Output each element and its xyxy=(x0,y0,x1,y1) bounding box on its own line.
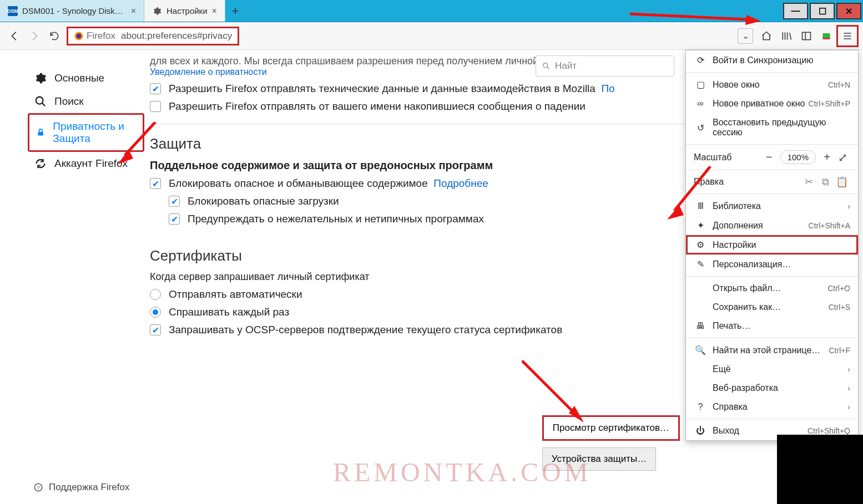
minimize-button[interactable]: — xyxy=(783,3,808,19)
app-menu-button[interactable] xyxy=(836,25,859,47)
url-dropdown-button[interactable]: ⌄ xyxy=(738,28,753,44)
menu-customize[interactable]: ✎Персонализация… xyxy=(686,254,858,274)
svg-point-6 xyxy=(36,97,43,104)
checkbox-label: Блокировать опасные загрузки xyxy=(188,195,339,207)
zoom-value[interactable]: 100% xyxy=(780,150,816,164)
close-icon[interactable]: × xyxy=(131,6,136,16)
learn-more-link[interactable]: Подробнее xyxy=(433,177,488,190)
mask-icon: ∞ xyxy=(694,99,707,109)
search-input[interactable]: Найт xyxy=(536,55,674,77)
brush-icon: ✎ xyxy=(694,259,707,269)
menu-restore-session[interactable]: ↺Восстановить предыдущую сессию xyxy=(686,113,858,142)
checkbox-label: Блокировать опасное и обманывающее содер… xyxy=(169,177,428,190)
sidebar-item-general[interactable]: Основные xyxy=(28,67,144,90)
lock-icon xyxy=(36,126,45,139)
reload-button[interactable] xyxy=(44,26,64,46)
menu-save-as[interactable]: Сохранить как…Ctrl+S xyxy=(686,298,858,317)
address-bar[interactable]: Firefox about:preferences#privacy xyxy=(67,27,239,45)
gear-icon: ⚙ xyxy=(694,240,707,250)
menu-new-window[interactable]: ▢Новое окноCtrl+N xyxy=(686,75,858,94)
browser-tab-1[interactable]: DSM DSM001 - Synology DiskStation × xyxy=(0,0,144,22)
menu-library[interactable]: ⅢБиблиотека› xyxy=(686,196,858,216)
tab-title: DSM001 - Synology DiskStation xyxy=(22,6,127,16)
checkbox-icon[interactable] xyxy=(150,83,161,94)
black-overlay xyxy=(777,435,863,504)
close-icon[interactable]: × xyxy=(212,6,217,16)
menu-more[interactable]: Ещё› xyxy=(686,360,858,379)
window-titlebar: DSM DSM001 - Synology DiskStation × Наст… xyxy=(0,0,863,22)
checkbox-label: Запрашивать у OCSP-серверов подтверждени… xyxy=(169,324,562,336)
paste-icon[interactable]: 📋 xyxy=(834,176,850,188)
close-window-button[interactable]: ✕ xyxy=(836,3,861,19)
checkbox-label: Предупреждать о нежелательных и нетипичн… xyxy=(188,213,484,225)
checkbox-icon[interactable] xyxy=(150,101,161,112)
svg-text:?: ? xyxy=(37,485,40,491)
forward-button[interactable] xyxy=(24,26,44,46)
menu-open-file[interactable]: Открыть файл…Ctrl+O xyxy=(686,279,858,298)
checkbox-icon[interactable] xyxy=(169,213,180,225)
menu-find[interactable]: 🔍Найти на этой странице…Ctrl+F xyxy=(686,340,858,360)
menu-print[interactable]: 🖶Печать… xyxy=(686,317,858,335)
library-button[interactable] xyxy=(776,26,796,46)
copy-icon[interactable]: ⧉ xyxy=(817,176,834,188)
sidebar-button[interactable] xyxy=(796,26,816,46)
checkbox-icon[interactable] xyxy=(150,178,161,189)
window-controls: — ☐ ✕ xyxy=(783,0,863,22)
radio-icon[interactable] xyxy=(150,289,161,300)
power-icon: ⏻ xyxy=(694,426,707,436)
menu-new-private[interactable]: ∞Новое приватное окноCtrl+Shift+P xyxy=(686,94,858,113)
checkbox-icon[interactable] xyxy=(150,324,161,335)
svg-rect-8 xyxy=(38,132,43,136)
extension-icon[interactable] xyxy=(816,26,836,46)
menu-webdev[interactable]: Веб-разработка› xyxy=(686,379,858,398)
identity-badge: Firefox xyxy=(74,30,115,42)
svg-point-1 xyxy=(77,33,82,38)
sidebar-item-label: Аккаунт Firefox xyxy=(54,157,128,170)
menu-edit: Правка ✂ ⧉ 📋 xyxy=(686,172,858,191)
zoom-out-button[interactable]: − xyxy=(761,151,777,164)
gear-icon xyxy=(34,72,47,84)
window-icon: ▢ xyxy=(694,79,707,90)
menu-zoom: Масштаб − 100% + ⤢ xyxy=(686,147,858,167)
preferences-sidebar: Основные Поиск Приватность и Защита Акка… xyxy=(0,50,144,504)
menu-settings[interactable]: ⚙Настройки xyxy=(686,235,858,254)
firefox-icon xyxy=(74,31,84,41)
fullscreen-button[interactable]: ⤢ xyxy=(835,151,850,164)
checkbox-label: Разрешить Firefox отправлять от вашего и… xyxy=(169,100,586,113)
search-icon xyxy=(542,62,551,70)
sync-icon xyxy=(34,157,47,170)
search-icon xyxy=(34,95,47,108)
app-menu: ⟳Войти в Синхронизацию ▢Новое окноCtrl+N… xyxy=(685,50,859,441)
new-tab-button[interactable]: + xyxy=(225,0,245,22)
print-icon: 🖶 xyxy=(694,321,707,331)
zoom-in-button[interactable]: + xyxy=(819,151,835,164)
svg-line-7 xyxy=(42,103,46,106)
checkbox-icon[interactable] xyxy=(169,196,180,207)
radio-icon[interactable] xyxy=(150,307,161,318)
support-link[interactable]: ? Поддержка Firefox xyxy=(33,482,129,493)
cut-icon[interactable]: ✂ xyxy=(800,176,817,188)
search-placeholder: Найт xyxy=(555,60,577,72)
back-button[interactable] xyxy=(4,26,24,46)
menu-help[interactable]: ?Справка› xyxy=(686,398,858,416)
sidebar-item-label: Основные xyxy=(54,72,104,84)
radio-label: Отправлять автоматически xyxy=(169,288,302,301)
browser-toolbar: Firefox about:preferences#privacy ⌄ xyxy=(0,22,863,50)
maximize-button[interactable]: ☐ xyxy=(810,3,835,19)
svg-rect-5 xyxy=(822,38,830,39)
svg-rect-2 xyxy=(803,32,811,39)
view-certificates-button[interactable]: Просмотр сертификатов… xyxy=(542,415,680,441)
menu-addons[interactable]: ✦ДополненияCtrl+Shift+A xyxy=(686,216,858,235)
home-button[interactable] xyxy=(756,26,776,46)
checkbox-label: Разрешить Firefox отправлять технические… xyxy=(169,83,595,95)
sidebar-item-label: Поиск xyxy=(54,95,84,108)
learn-more-link[interactable]: По xyxy=(601,83,614,95)
watermark: REMONTKA.COM xyxy=(333,457,591,487)
menu-sync[interactable]: ⟳Войти в Синхронизацию xyxy=(686,50,858,70)
dsm-icon: DSM xyxy=(8,6,18,16)
browser-tab-2[interactable]: Настройки × xyxy=(144,0,225,22)
privacy-notice-link[interactable]: Уведомление о приватности xyxy=(150,67,267,77)
sidebar-item-account[interactable]: Аккаунт Firefox xyxy=(28,152,144,175)
sidebar-item-search[interactable]: Поиск xyxy=(28,90,144,113)
sidebar-item-privacy[interactable]: Приватность и Защита xyxy=(28,113,144,152)
